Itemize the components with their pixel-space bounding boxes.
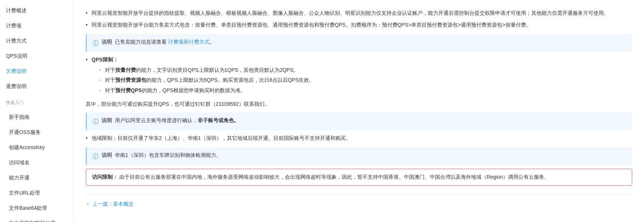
sidebar-item-beginner-guide[interactable]: 新手指南 bbox=[0, 110, 74, 125]
sidebar-item-access-domain[interactable]: 访问域名 bbox=[0, 155, 74, 170]
qps-bold-1: 按量付费 bbox=[115, 67, 136, 73]
info-label-2: 说明 bbox=[102, 117, 112, 123]
info-box-2: ⓘ 说明 用户以阿里云主账号维度进行确认，非子账号或角色。 bbox=[86, 112, 632, 130]
intro-text-2: 阿里云视觉智能开放平台能力售卖方式包含：按量付费、单类目预付费资源包、通用预付费… bbox=[92, 22, 531, 28]
info-label-1: 说明 bbox=[102, 39, 112, 45]
qps-bold-3: 预付费QPS bbox=[115, 87, 142, 93]
billing-items-link[interactable]: 计费项和计费方式 bbox=[168, 39, 209, 45]
sidebar-item-qps-description[interactable]: QPS说明 bbox=[0, 48, 74, 64]
sidebar-item-billing-overview[interactable]: 计费概述 bbox=[0, 3, 74, 18]
footer-nav: ← 上一篇：基本概念 bbox=[86, 195, 632, 208]
info-text-1: 已售卖能力信息请查看 bbox=[115, 39, 167, 45]
info-text-3: 华南1（深圳）包含车牌识别和物体检测能力。 bbox=[115, 152, 221, 158]
sidebar-item-enable-oss[interactable]: 开通OSS服务 bbox=[0, 125, 74, 140]
info-bold-2: 非子账号或角色。 bbox=[198, 117, 239, 123]
main-content: 阿里云视觉智能开放平台提供的指纹提取、视频人脸融合、模板视频人脸融合、图像人脸融… bbox=[74, 0, 644, 222]
qps-bold-2: 预付费资源包 bbox=[115, 77, 146, 83]
sidebar-item-billing-method[interactable]: 计费方式 bbox=[0, 33, 74, 48]
warning-text: 由于目前公有云服务部署在中国内地，海外服务器受网络波动影响较大，会出现网络超时等… bbox=[119, 174, 549, 180]
info-box-3: ⓘ 说明 华南1（深圳）包含车牌识别和物体检测能力。 bbox=[86, 147, 632, 165]
info-box-3-content: 说明 华南1（深圳）包含车牌识别和物体检测能力。 bbox=[102, 151, 221, 160]
sidebar-item-quick-start: 快速入门 bbox=[0, 94, 74, 110]
sidebar-item-billing-items[interactable]: 计费项 bbox=[0, 18, 74, 33]
info-box-1-content: 说明 已售卖能力信息请查看 计费项和计费方式。 bbox=[102, 38, 215, 47]
info-text-2: 用户以阿里云主账号维度进行确认， bbox=[115, 117, 198, 123]
info-icon-2: ⓘ bbox=[93, 117, 99, 127]
qps-sub-item-2: 对于预付费资源包的能力，QPS上限默认为5QPS。购买资源包后，次日8点以后QP… bbox=[99, 76, 632, 85]
qps-sub-list: 对于按量付费的能力，文字识别类目QPS上限默认为1QPS，其他类目默认为2QPS… bbox=[92, 66, 632, 95]
intro-text-1: 阿里云视觉智能开放平台提供的指纹提取、视频人脸融合、模板视频人脸融合、图像人脸融… bbox=[92, 10, 609, 16]
sidebar-item-refund-description[interactable]: 退费说明 bbox=[0, 79, 74, 94]
qps-note: 其中，部分能力可通过购买提升QPS，也可通过钉钉群（23109592）联系我们。 bbox=[86, 100, 632, 109]
intro-list: 阿里云视觉智能开放平台提供的指纹提取、视频人脸融合、模板视频人脸融合、图像人脸融… bbox=[86, 9, 632, 30]
intro-item-2: 阿里云视觉智能开放平台能力售卖方式包含：按量付费、单类目预付费资源包、通用预付费… bbox=[86, 21, 632, 30]
warning-label: 访问限制： bbox=[92, 174, 118, 180]
intro-item-1: 阿里云视觉智能开放平台提供的指纹提取、视频人脸融合、模板视频人脸融合、图像人脸融… bbox=[86, 9, 632, 18]
warning-box: 访问限制： 由于目前公有云服务部署在中国内地，海外服务器受网络波动影响较大，会出… bbox=[86, 169, 632, 186]
sidebar: 计费概述计费项计费方式QPS说明欠费说明退费说明快速入门新手指南开通OSS服务创… bbox=[0, 0, 74, 222]
qps-item: QPS限制： 对于按量付费的能力，文字识别类目QPS上限默认为1QPS，其他类目… bbox=[86, 56, 632, 95]
sidebar-item-file-base64[interactable]: 文件Base64处理 bbox=[0, 201, 74, 216]
sidebar-item-arrears-description[interactable]: 欠费说明 bbox=[0, 64, 74, 79]
qps-sub-item-1: 对于按量付费的能力，文字识别类目QPS上限默认为1QPS，其他类目默认为2QPS… bbox=[99, 66, 632, 75]
sidebar-item-enable-capability[interactable]: 能力开通 bbox=[0, 170, 74, 185]
sidebar-item-file-type[interactable]: 文件类型判断和处理 bbox=[0, 216, 74, 222]
prev-article-link[interactable]: ← 上一篇：基本概念 bbox=[86, 201, 134, 207]
region-text: 地域限制：目前仅开通了华东2（上海）、华南1（深圳），其它地域后续开通。目前国际… bbox=[92, 135, 351, 141]
warning-content: 访问限制： 由于目前公有云服务部署在中国内地，海外服务器受网络波动影响较大，会出… bbox=[92, 173, 549, 182]
region-list: 地域限制：目前仅开通了华东2（上海）、华南1（深圳），其它地域后续开通。目前国际… bbox=[86, 134, 632, 143]
info-icon-1: ⓘ bbox=[93, 38, 99, 48]
qps-header: QPS限制： bbox=[92, 57, 118, 63]
info-label-3: 说明 bbox=[102, 152, 112, 158]
info-box-2-content: 说明 用户以阿里云主账号维度进行确认，非子账号或角色。 bbox=[102, 116, 239, 125]
info-icon-3: ⓘ bbox=[93, 151, 99, 161]
region-item: 地域限制：目前仅开通了华东2（上海）、华南1（深圳），其它地域后续开通。目前国际… bbox=[86, 134, 632, 143]
info-box-1: ⓘ 说明 已售卖能力信息请查看 计费项和计费方式。 bbox=[86, 34, 632, 52]
sidebar-item-file-url[interactable]: 文件URL处理 bbox=[0, 185, 74, 201]
qps-sub-item-3: 对于预付费QPS的能力，QPS根据您申请购买时的数据为准。 bbox=[99, 86, 632, 95]
sidebar-item-create-access-key[interactable]: 创建AccessKey bbox=[0, 140, 74, 155]
qps-list: QPS限制： 对于按量付费的能力，文字识别类目QPS上限默认为1QPS，其他类目… bbox=[86, 56, 632, 95]
